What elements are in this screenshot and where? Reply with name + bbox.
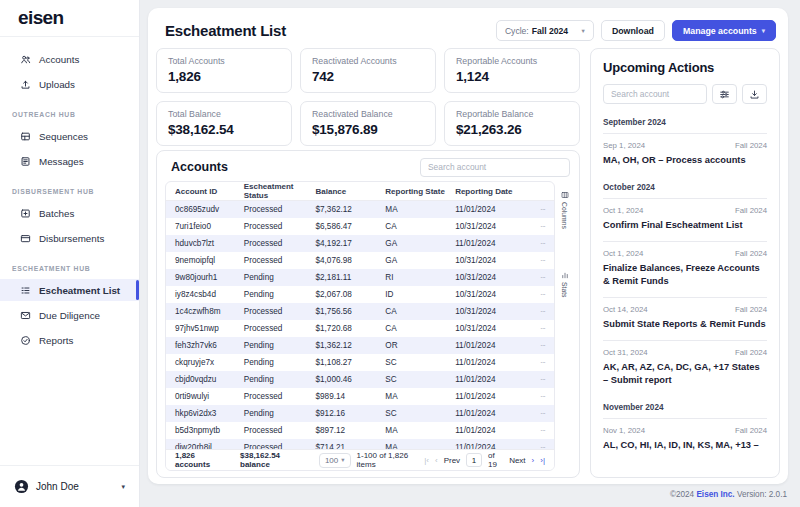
action-item[interactable]: Sep 1, 2024Fall 2024MA, OH, OR – Process…: [603, 134, 767, 176]
table-row[interactable]: b5d3npmytbProcessed$897.12MA11/01/2024··…: [166, 422, 554, 439]
accounts-header: Accounts: [157, 151, 579, 181]
action-item[interactable]: Oct 1, 2024Fall 2024Finalize Balances, F…: [603, 242, 767, 297]
cell-account-id: iy8z4csb4d: [166, 286, 240, 303]
table-row[interactable]: 97jhv51nwpProcessed$1,720.68CA10/31/2024…: [166, 320, 554, 337]
table-row[interactable]: feh3zh7vk6Pending$1,362.12OR11/01/2024··…: [166, 337, 554, 354]
page-title: Escheatment List: [165, 22, 286, 39]
sidebar-item-uploads[interactable]: Uploads: [0, 73, 139, 95]
action-date: Oct 14, 2024: [603, 305, 648, 314]
row-menu-button[interactable]: ···: [527, 371, 554, 388]
table-row[interactable]: 0rti9wulyiProcessed$989.14MA11/01/2024··…: [166, 388, 554, 405]
sidebar-item-disbursements[interactable]: Disbursements: [0, 227, 139, 249]
stat-label: Reactivated Accounts: [312, 56, 424, 66]
page-number-input[interactable]: [466, 453, 482, 467]
cycle-select[interactable]: Cycle: Fall 2024 ▾: [496, 20, 594, 41]
table-row[interactable]: hkp6vi2dx3Pending$912.16SC11/01/2024···: [166, 405, 554, 422]
sidebar-item-batches[interactable]: Batches: [0, 202, 139, 224]
cell-account-id: 7uri1feio0: [166, 218, 240, 235]
header-controls: Cycle: Fall 2024 ▾ Download Manage accou…: [496, 20, 776, 41]
sidebar-item-due-diligence[interactable]: Due Diligence: [0, 304, 139, 326]
first-page-icon[interactable]: |‹: [424, 456, 429, 465]
cell-account-id: 0rti9wulyi: [166, 388, 240, 405]
row-menu-button[interactable]: ···: [527, 218, 554, 235]
column-header-balance[interactable]: Balance: [311, 182, 381, 201]
download-actions-button[interactable]: [742, 84, 767, 104]
row-menu-button[interactable]: ···: [527, 354, 554, 371]
sidebar-item-sequences[interactable]: Sequences: [0, 125, 139, 147]
cell-reporting-state: ID: [381, 286, 451, 303]
actions-search-input[interactable]: [603, 84, 707, 104]
cell-reporting-state: SC: [381, 405, 451, 422]
table-row[interactable]: 7uri1feio0Processed$6,586.47CA10/31/2024…: [166, 218, 554, 235]
row-menu-button[interactable]: ···: [527, 235, 554, 252]
page-count: of 19: [488, 451, 503, 469]
sidebar-item-reports[interactable]: Reports: [0, 329, 139, 351]
next-page-icon[interactable]: ›: [532, 456, 535, 465]
action-meta: Oct 1, 2024Fall 2024: [603, 249, 767, 258]
row-menu-button[interactable]: ···: [527, 320, 554, 337]
cell-escheatment-status: Processed: [240, 252, 312, 269]
action-item[interactable]: Oct 14, 2024Fall 2024Submit State Report…: [603, 298, 767, 340]
action-item[interactable]: Oct 1, 2024Fall 2024Confirm Final Eschea…: [603, 199, 767, 241]
cell-account-id: b5d3npmytb: [166, 422, 240, 439]
table-row[interactable]: ckqruyje7xPending$1,108.27SC11/01/2024··…: [166, 354, 554, 371]
row-menu-button[interactable]: ···: [527, 252, 554, 269]
user-avatar: [14, 479, 29, 494]
row-menu-button[interactable]: ···: [527, 422, 554, 439]
action-item[interactable]: Nov 1, 2024Fall 2024AL, CO, HI, IA, ID, …: [603, 419, 767, 461]
version-text: Version: 2.0.1: [737, 490, 787, 499]
download-button[interactable]: Download: [601, 20, 665, 41]
sidebar-item-escheatment-list[interactable]: Escheatment List: [0, 279, 139, 301]
row-menu-button[interactable]: ···: [527, 337, 554, 354]
cell-balance: $2,181.11: [311, 269, 381, 286]
filter-button[interactable]: [712, 84, 737, 104]
action-item[interactable]: Oct 31, 2024Fall 2024AK, AR, AZ, CA, DC,…: [603, 341, 767, 396]
columns-button[interactable]: Columns: [561, 191, 569, 229]
cell-balance: $897.12: [311, 422, 381, 439]
action-title: Confirm Final Escheatment List: [603, 219, 767, 232]
page-size-select[interactable]: 100 ▾: [319, 453, 351, 468]
balance-summary: $38,162.54 balance: [240, 451, 308, 469]
cell-balance: $4,076.98: [311, 252, 381, 269]
manage-accounts-button[interactable]: Manage accounts ▾: [672, 20, 776, 41]
column-header-escheatment-status[interactable]: Escheatment Status: [240, 182, 312, 201]
row-menu-button[interactable]: ···: [527, 269, 554, 286]
stat-value: $21,263.26: [456, 122, 568, 137]
company-link[interactable]: Eisen Inc.: [696, 490, 734, 499]
row-menu-button[interactable]: ···: [527, 405, 554, 422]
table-row[interactable]: hduvcb7lztProcessed$4,192.17GA11/01/2024…: [166, 235, 554, 252]
table-row[interactable]: 9nemoipfqlProcessed$4,076.98GA10/31/2024…: [166, 252, 554, 269]
table-row[interactable]: 9w80jourh1Pending$2,181.11RI10/31/2024··…: [166, 269, 554, 286]
stat-card-reportable-accounts: Reportable Accounts1,124: [444, 48, 580, 93]
table-row[interactable]: 0c8695zudvProcessed$7,362.12MA11/01/2024…: [166, 201, 554, 218]
stats-icon: [561, 271, 569, 279]
row-menu-button[interactable]: ···: [527, 303, 554, 320]
sidebar-item-label: Reports: [39, 335, 73, 346]
stats-button[interactable]: Stats: [561, 271, 569, 298]
row-menu-button[interactable]: ···: [527, 388, 554, 405]
cycle-label: Cycle:: [505, 26, 529, 36]
sidebar-item-accounts[interactable]: Accounts: [0, 48, 139, 70]
column-header-account-id[interactable]: Account ID: [166, 182, 240, 201]
row-menu-button[interactable]: ···: [527, 201, 554, 218]
table-row[interactable]: iy8z4csb4dPending$2,067.08ID10/31/2024··…: [166, 286, 554, 303]
next-button[interactable]: Next: [509, 456, 525, 465]
column-header-reporting-state[interactable]: Reporting State: [381, 182, 451, 201]
prev-page-icon[interactable]: ‹: [435, 456, 438, 465]
column-header-reporting-date[interactable]: Reporting Date: [451, 182, 527, 201]
user-menu[interactable]: John Doe ▾: [0, 465, 139, 507]
accounts-search-input[interactable]: [420, 158, 570, 177]
last-page-icon[interactable]: ›|: [540, 456, 545, 465]
stat-card-reactivated-accounts: Reactivated Accounts742: [300, 48, 436, 93]
table-row[interactable]: 1c4czwfh8mProcessed$1,756.56CA10/31/2024…: [166, 303, 554, 320]
cell-reporting-state: SC: [381, 371, 451, 388]
action-cycle-badge: Fall 2024: [735, 249, 767, 258]
row-menu-button[interactable]: ···: [527, 286, 554, 303]
stat-card-total-accounts: Total Accounts1,826: [156, 48, 292, 93]
sidebar-item-label: Due Diligence: [39, 310, 100, 321]
cell-balance: $7,362.12: [311, 201, 381, 218]
cell-reporting-date: 10/31/2024: [451, 269, 527, 286]
sidebar-item-messages[interactable]: Messages: [0, 150, 139, 172]
table-row[interactable]: cbjd0vqdzuPending$1,000.46SC11/01/2024··…: [166, 371, 554, 388]
prev-button[interactable]: Prev: [444, 456, 460, 465]
